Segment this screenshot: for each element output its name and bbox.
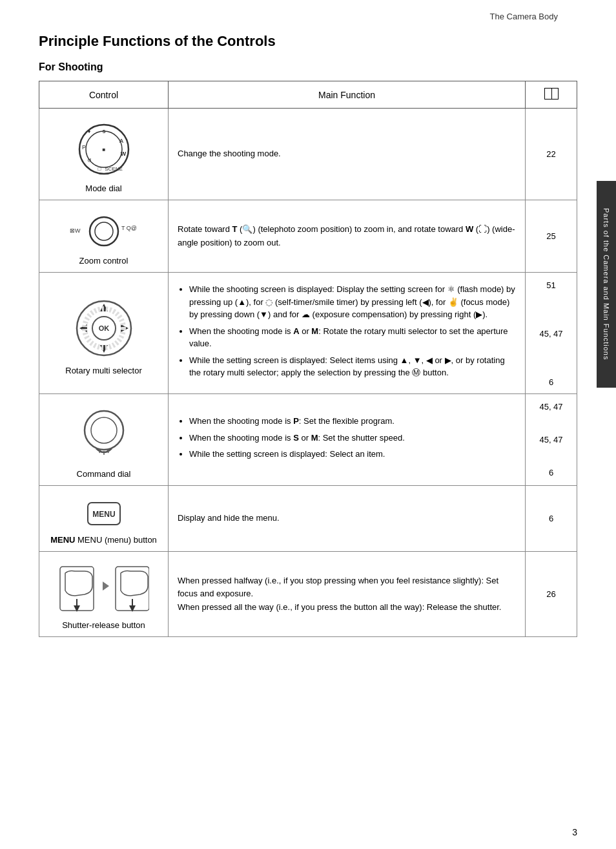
function-cell-shutter: When pressed halfway (i.e., if you stop …: [169, 552, 526, 637]
command-page-nums: 45, 47 45, 47 6: [535, 402, 568, 477]
command-bullet-3: While the setting screen is displayed: S…: [189, 448, 516, 461]
shutter-function: When pressed halfway (i.e., if you stop …: [178, 576, 501, 611]
page-cell-rotary: 51 45, 47 6: [526, 273, 577, 394]
svg-text:■: ■: [102, 147, 105, 152]
mode-dial-icon: s A W ♦ P SCENE □ ↺ ■: [48, 120, 159, 178]
svg-text:OK: OK: [98, 324, 109, 332]
table-row: ⊠W T Q@ Zoom control: [39, 200, 577, 273]
mode-dial-label: Mode dial: [48, 183, 159, 193]
rotary-page-1: 51: [546, 280, 555, 290]
function-cell-command: When the shooting mode is P: Set the fle…: [169, 394, 526, 486]
svg-text:P: P: [81, 144, 85, 151]
section-title: For Shooting: [39, 61, 577, 73]
rotary-multi-icon: OK: [48, 296, 159, 361]
table-row: Command dial When the shooting mode is P…: [39, 394, 577, 486]
page-cell-mode-dial: 22: [526, 109, 577, 200]
function-cell-zoom: Rotate toward T (🔍) (telephoto zoom posi…: [169, 200, 526, 273]
function-cell-rotary: While the shooting screen is displayed: …: [169, 273, 526, 394]
menu-button-label: MENU MENU (menu) button: [48, 535, 159, 545]
zoom-function: Rotate toward T (🔍) (telephoto zoom posi…: [178, 224, 515, 247]
table-row: s A W ♦ P SCENE □ ↺ ■ Mode dial: [39, 109, 577, 200]
command-dial-icon: [48, 406, 159, 464]
side-tab: Parts of the Camera and Main Functions: [597, 181, 616, 388]
shutter-button-icon: [48, 563, 159, 615]
book-icon: [544, 88, 559, 100]
svg-point-12: [90, 217, 118, 246]
rotary-page-3: 6: [549, 377, 553, 387]
shutter-button-label: Shutter-release button: [48, 620, 159, 630]
rotary-multi-label: Rotary multi selector: [48, 366, 159, 375]
command-page-2: 45, 47: [539, 435, 562, 445]
svg-text:s: s: [102, 128, 105, 134]
menu-function: Display and hide the menu.: [178, 513, 280, 523]
svg-point-23: [85, 411, 123, 450]
rotary-bullet-2: When the shooting mode is A or M: Rotate…: [189, 325, 516, 350]
svg-text:T Q@: T Q@: [121, 225, 137, 231]
menu-button-icon: MENU: [48, 498, 159, 530]
command-bullet-2: When the shooting mode is S or M: Set th…: [189, 432, 516, 445]
col-header-function: Main Function: [169, 81, 526, 109]
svg-text:↺: ↺: [87, 158, 91, 163]
svg-text:MENU: MENU: [92, 510, 115, 519]
command-page-1: 45, 47: [539, 402, 562, 412]
svg-point-24: [91, 417, 117, 443]
svg-text:W: W: [120, 151, 126, 157]
svg-point-13: [95, 222, 113, 240]
table-row: Shutter-release button When pressed half…: [39, 552, 577, 637]
function-cell-mode-dial: Change the shooting mode.: [169, 109, 526, 200]
page-header: The Camera Body: [0, 0, 616, 26]
command-page-3: 6: [549, 468, 553, 477]
header-text: The Camera Body: [490, 12, 559, 21]
page-cell-menu: 6: [526, 486, 577, 552]
command-function-list: When the shooting mode is P: Set the fle…: [178, 415, 516, 461]
svg-text:A: A: [119, 138, 123, 144]
svg-text:SCENE: SCENE: [105, 166, 123, 172]
functions-table: Control Main Function s A: [39, 81, 577, 637]
function-cell-menu: Display and hide the menu.: [169, 486, 526, 552]
col-header-page: [526, 81, 577, 109]
control-cell-mode-dial: s A W ♦ P SCENE □ ↺ ■ Mode dial: [39, 109, 169, 200]
control-cell-rotary: OK Rotary multi selector: [39, 273, 169, 394]
svg-text:□: □: [98, 166, 101, 172]
mode-dial-function: Change the shooting mode.: [178, 149, 281, 158]
svg-marker-33: [103, 582, 109, 591]
page-title: Principle Functions of the Controls: [39, 33, 577, 50]
page-cell-zoom: 25: [526, 200, 577, 273]
rotary-page-nums: 51 45, 47 6: [535, 280, 568, 387]
page-number: 3: [572, 827, 577, 837]
page-cell-shutter: 26: [526, 552, 577, 637]
zoom-control-icon: ⊠W T Q@: [48, 212, 159, 251]
rotary-page-2: 45, 47: [539, 329, 562, 339]
rotary-function-list: While the shooting screen is displayed: …: [178, 283, 516, 379]
page-cell-command: 45, 47 45, 47 6: [526, 394, 577, 486]
rotary-bullet-1: While the shooting screen is displayed: …: [189, 283, 516, 321]
main-content: Principle Functions of the Controls For …: [0, 26, 616, 650]
control-cell-menu: MENU MENU MENU (menu) button: [39, 486, 169, 552]
table-row: MENU MENU MENU (menu) button Display and…: [39, 486, 577, 552]
command-dial-label: Command dial: [48, 469, 159, 479]
zoom-control-label: Zoom control: [48, 256, 159, 266]
control-cell-command: Command dial: [39, 394, 169, 486]
svg-text:⊠W: ⊠W: [70, 227, 81, 234]
command-bullet-1: When the shooting mode is P: Set the fle…: [189, 415, 516, 428]
svg-text:♦: ♦: [87, 128, 90, 134]
col-header-control: Control: [39, 81, 169, 109]
table-row: OK Rotary multi selector While the shoot…: [39, 273, 577, 394]
control-cell-zoom: ⊠W T Q@ Zoom control: [39, 200, 169, 273]
side-tab-text: Parts of the Camera and Main Functions: [602, 208, 610, 360]
control-cell-shutter: Shutter-release button: [39, 552, 169, 637]
rotary-bullet-3: While the setting screen is displayed: S…: [189, 354, 516, 379]
